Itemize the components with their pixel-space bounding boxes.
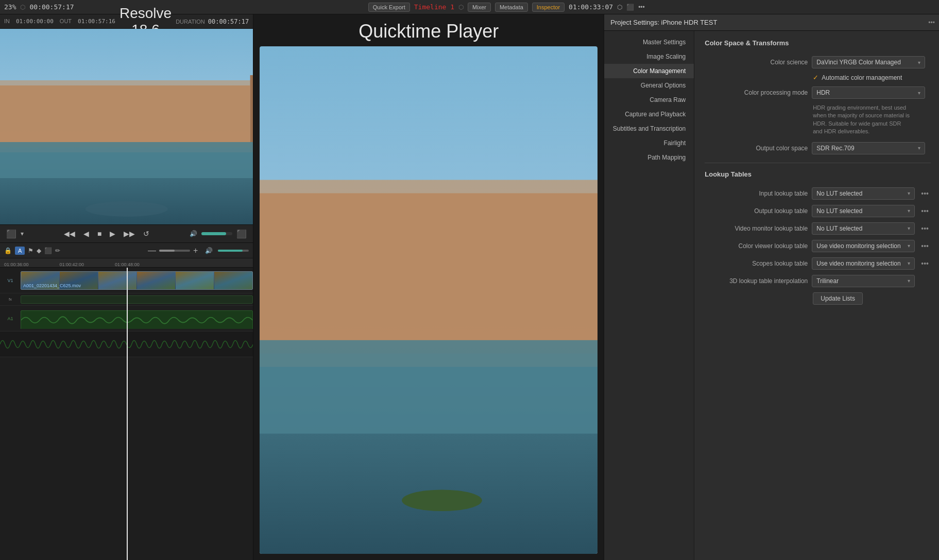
hdr-info-text: HDR grading environment, best used when … xyxy=(705,104,911,136)
color-processing-dropdown[interactable]: HDR ▾ xyxy=(812,86,925,99)
video-frame xyxy=(0,29,253,224)
zoom-in[interactable]: + xyxy=(193,246,198,255)
main-layout: IN 01:00:00:00 OUT 01:00:57:16 Resolve 1… xyxy=(0,14,939,560)
video-monitor-lut-row: Video monitor lookup table No LUT select… xyxy=(705,222,931,235)
lut-3d-value: Trilinear xyxy=(816,277,839,285)
zoom-out[interactable]: — xyxy=(148,246,156,255)
marker-icon[interactable]: ◆ xyxy=(37,247,41,254)
nav-color-management[interactable]: Color Management xyxy=(604,64,694,78)
output-lut-row: Output lookup table No LUT selected ▾ ••… xyxy=(705,205,931,217)
output-color-value: SDR Rec.709 xyxy=(816,145,854,152)
playhead xyxy=(127,268,128,560)
track-area: V1 A001_02201434_C625.mov xyxy=(0,268,253,560)
quick-export-btn[interactable]: Quick Export xyxy=(368,3,410,12)
color-viewer-lut-label: Color viewer lookup table xyxy=(705,242,808,250)
nav-path-mapping[interactable]: Path Mapping xyxy=(604,150,694,165)
lock-icon[interactable]: 🔒 xyxy=(4,247,12,254)
color-processing-row: Color processing mode HDR ▾ xyxy=(705,86,931,99)
nav-general-options[interactable]: General Options xyxy=(604,78,694,93)
video-monitor-lut-more[interactable]: ••• xyxy=(919,224,931,233)
update-lists-btn[interactable]: Update Lists xyxy=(813,292,863,305)
play-btn[interactable]: ▶ xyxy=(108,229,117,239)
flag-icon[interactable]: ⚑ xyxy=(28,247,33,254)
transport-bar: ⬛ ▾ ◀◀ ◀ ■ ▶ ▶▶ ↺ 🔊 ⬛ xyxy=(0,224,253,243)
input-lut-dropdown[interactable]: No LUT selected ▾ xyxy=(812,187,915,200)
edit-icon[interactable]: ✏ xyxy=(55,247,60,254)
settings-nav: Master Settings Image Scaling Color Mana… xyxy=(604,31,694,560)
step-back-btn[interactable]: ◀ xyxy=(81,229,91,239)
svg-rect-14 xyxy=(260,340,597,434)
zoom-level: 23% xyxy=(4,3,16,11)
audio-clip[interactable] xyxy=(21,310,253,329)
view-toggle[interactable]: ⬛ xyxy=(6,229,16,239)
scopes-lut-dropdown[interactable]: Use video monitoring selection ▾ xyxy=(812,257,915,270)
nav-subtitles[interactable]: Subtitles and Transcription xyxy=(604,121,694,136)
nav-fairlight[interactable]: Fairlight xyxy=(604,136,694,150)
metadata-btn[interactable]: Metadata xyxy=(495,3,528,12)
video-preview xyxy=(0,29,253,224)
ruler-mark-3: 01:00:48:00 xyxy=(115,262,140,267)
loop-btn[interactable]: ↺ xyxy=(141,229,151,239)
timecode-display: 00:00:57:17 xyxy=(29,3,74,11)
svg-rect-6 xyxy=(0,142,253,178)
auto-color-label[interactable]: Automatic color management xyxy=(822,74,902,81)
svg-rect-13 xyxy=(260,193,597,353)
color-viewer-lut-row: Color viewer lookup table Use video moni… xyxy=(705,240,931,252)
video-monitor-lut-arrow: ▾ xyxy=(908,225,910,231)
color-science-row: Color science DaVinci YRGB Color Managed… xyxy=(705,56,931,68)
audio-track-content[interactable] xyxy=(21,308,253,329)
color-science-value: DaVinci YRGB Color Managed xyxy=(816,59,901,66)
output-color-label: Output color space xyxy=(705,145,808,152)
spacer-icon: ⬡ xyxy=(20,4,25,11)
inspector-btn[interactable]: Inspector xyxy=(532,3,565,12)
lut-3d-dropdown[interactable]: Trilinear ▾ xyxy=(812,275,915,287)
timeline-ruler: 01:00:36:00 01:00:42:00 01:00:48:00 xyxy=(0,258,253,268)
nav-image-scaling[interactable]: Image Scaling xyxy=(604,49,694,64)
scopes-lut-row: Scopes lookup table Use video monitoring… xyxy=(705,257,931,270)
next-frame-btn[interactable]: ▶▶ xyxy=(122,229,137,239)
output-color-dropdown[interactable]: SDR Rec.709 ▾ xyxy=(812,142,925,154)
section1-header: Color Space & Transforms xyxy=(705,39,931,49)
color-viewer-lut-more[interactable]: ••• xyxy=(919,242,931,250)
clip-name: A001_02201434_C625.mov xyxy=(23,283,81,288)
scopes-lut-more[interactable]: ••• xyxy=(919,259,931,268)
video-track-content[interactable]: A001_02201434_C625.mov xyxy=(21,270,253,291)
input-lut-row: Input lookup table No LUT selected ▾ ••• xyxy=(705,187,931,200)
video-clip[interactable]: A001_02201434_C625.mov xyxy=(21,271,253,290)
output-lut-more[interactable]: ••• xyxy=(919,207,931,215)
dropdown-arrow[interactable]: ▾ xyxy=(21,230,24,237)
settings-more-icon[interactable]: ••• xyxy=(928,19,935,26)
video-monitor-lut-dropdown[interactable]: No LUT selected ▾ xyxy=(812,222,915,235)
svg-point-17 xyxy=(402,489,482,511)
snap-icon[interactable]: ⬛ xyxy=(44,247,52,254)
settings-panel: Project Settings: iPhone HDR TEST ••• Ma… xyxy=(604,14,939,560)
auto-color-row: ✓ Automatic color management xyxy=(705,74,931,81)
duration-label: DURATION xyxy=(176,19,205,25)
prev-frame-btn[interactable]: ◀◀ xyxy=(62,229,77,239)
monitor-icon: ⬡ xyxy=(617,4,622,11)
lut-3d-arrow: ▾ xyxy=(908,278,910,284)
scopes-lut-label: Scopes lookup table xyxy=(705,260,808,267)
output-lut-dropdown[interactable]: No LUT selected ▾ xyxy=(812,205,915,217)
qt-title: Quicktime Player xyxy=(260,21,597,42)
fullscreen-icon[interactable]: ⬛ xyxy=(236,229,247,239)
view-mode-btn[interactable]: A xyxy=(15,247,25,255)
input-lut-more[interactable]: ••• xyxy=(919,189,931,198)
left-panel: IN 01:00:00:00 OUT 01:00:57:16 Resolve 1… xyxy=(0,14,253,560)
nav-master-settings[interactable]: Master Settings xyxy=(604,35,694,49)
timeline-name: Timeline 1 xyxy=(414,3,454,11)
mixer-btn[interactable]: Mixer xyxy=(468,3,491,12)
audio-icon[interactable]: 🔊 xyxy=(190,230,197,237)
color-viewer-lut-dropdown[interactable]: Use video monitoring selection ▾ xyxy=(812,240,915,252)
color-science-dropdown[interactable]: DaVinci YRGB Color Managed ▾ xyxy=(812,56,925,68)
settings-titlebar: Project Settings: iPhone HDR TEST ••• xyxy=(604,14,939,31)
nav-capture-playback[interactable]: Capture and Playback xyxy=(604,107,694,121)
svg-rect-4 xyxy=(250,75,253,152)
nav-camera-raw[interactable]: Camera Raw xyxy=(604,93,694,107)
section-divider-1 xyxy=(705,163,931,163)
stop-btn[interactable]: ■ xyxy=(95,229,104,239)
settings-title: Project Settings: iPhone HDR TEST xyxy=(610,19,717,26)
duration-value: 00:00:57:17 xyxy=(208,18,249,25)
color-viewer-lut-arrow: ▾ xyxy=(908,243,910,249)
preview-header: IN 01:00:00:00 OUT 01:00:57:16 Resolve 1… xyxy=(0,14,253,29)
